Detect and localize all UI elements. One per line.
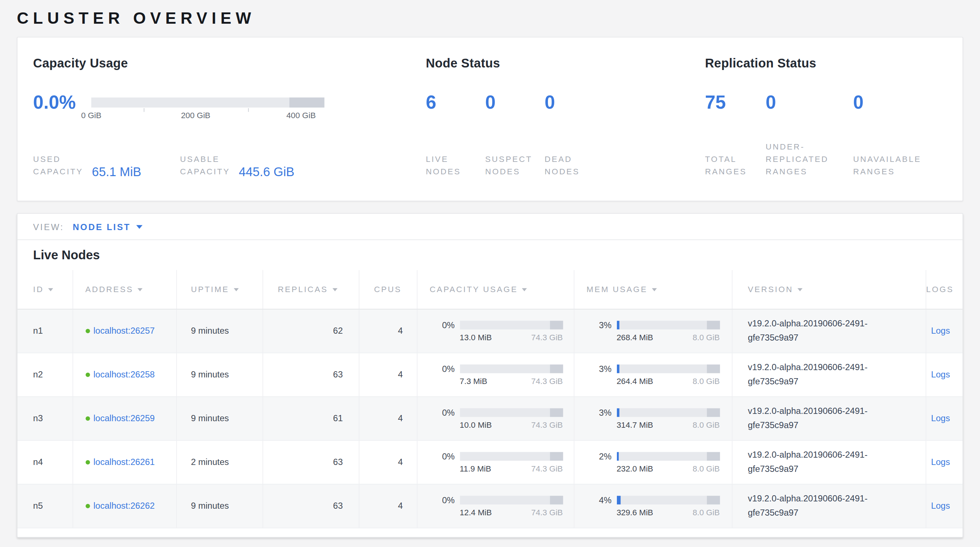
mem-used-value: 329.6 MiB [617,507,653,517]
mem-used-value: 232.0 MiB [617,463,653,473]
mem-usage-meter: 2% [587,451,732,461]
capacity-usage-meter: 0% [430,320,573,330]
capacity-bar [460,364,563,373]
usable-capacity-label: USABLE CAPACITY [180,153,230,178]
node-address: localhost:26259 [85,411,156,425]
node-live-status-icon [85,372,90,377]
cluster-summary-card: Capacity Usage 0.0% 0 GiB 200 GiB 400 Gi… [17,37,963,201]
column-header-replicas[interactable]: REPLICAS [262,270,359,309]
node-id: n4 [18,440,73,484]
view-selector-bar: VIEW: NODE LIST [18,214,963,240]
sort-arrow-icon [652,288,657,292]
capacity-usage-meter: 0% [430,451,573,461]
node-list-card: VIEW: NODE LIST Live Nodes ID ADDRESS [17,213,963,538]
node-replicas: 61 [262,396,359,440]
capacity-usage-meter: 0% [430,495,573,505]
column-header-mem-usage[interactable]: MEM USAGE [574,270,732,309]
sort-arrow-icon [234,288,239,292]
column-header-cpus: CPUS [359,270,417,309]
node-cpus: 4 [359,353,417,396]
capacity-used-value: 7.3 MiB [460,376,487,385]
total-ranges-count: 75 [705,89,765,116]
node-live-status-icon [85,416,90,420]
node-address-link[interactable]: localhost:26258 [93,369,154,379]
mem-bar-end-segment [706,452,720,461]
node-address-link[interactable]: localhost:26257 [93,325,154,335]
live-nodes-count: 6 [426,89,485,116]
mem-total-value: 8.0 GiB [693,463,720,473]
capacity-used-value: 12.4 MiB [460,507,492,517]
mem-usage-meter: 3% [587,364,732,374]
axis-minor-tick [248,108,249,112]
node-status-heading: Node Status [426,56,705,70]
sort-arrow-icon [522,288,527,292]
logs-link[interactable]: Logs [931,369,950,379]
suspect-nodes-label: SUSPECT NODES [485,141,545,178]
node-status-section: Node Status 6 0 0 LIVE NODES SUSPECT NOD… [426,56,705,200]
capacity-used-value: 10.0 MiB [460,420,492,429]
column-header-address[interactable]: ADDRESS [73,270,177,309]
node-id: n1 [18,309,73,353]
page-title: CLUSTER OVERVIEW [17,0,963,28]
mem-used-value: 314.7 MiB [617,420,653,429]
mem-total-value: 8.0 GiB [693,507,720,517]
sort-arrow-icon [138,288,143,292]
logs-link[interactable]: Logs [931,501,950,510]
capacity-used-value: 11.9 MiB [460,463,491,473]
mem-bar-end-segment [706,496,720,504]
node-address: localhost:26258 [85,367,156,382]
mem-bar-end-segment [706,321,720,329]
cluster-overview-page: CLUSTER OVERVIEW Capacity Usage 0.0% 0 G… [0,0,980,537]
mem-used-value: 264.4 MiB [617,376,653,385]
node-uptime: 2 minutes [176,440,262,484]
capacity-usage-chart-row: 0.0% 0 GiB 200 GiB 400 GiB [33,89,426,116]
mem-bar-end-segment [706,364,720,373]
node-address: localhost:26257 [85,323,156,338]
axis-minor-tick [144,108,145,112]
node-replicas: 62 [262,309,359,353]
mem-bar [617,408,720,417]
capacity-bar-end-segment [550,321,563,329]
column-header-id[interactable]: ID [18,270,73,309]
node-id: n5 [18,484,73,528]
live-nodes-table: ID ADDRESS UPTIME REPLICAS CPUS CAPACITY… [18,270,963,528]
column-header-version[interactable]: VERSION [732,270,925,309]
capacity-total-value: 74.3 GiB [531,463,563,473]
node-replicas: 63 [262,440,359,484]
capacity-bar [460,496,563,504]
mem-usage-meter: 4% [587,495,732,505]
axis-tick-label: 200 GiB [181,110,210,120]
mem-total-value: 8.0 GiB [693,376,720,385]
node-address-link[interactable]: localhost:26262 [93,500,154,510]
view-mode-dropdown[interactable]: NODE LIST [73,222,143,232]
node-live-status-icon [85,504,90,508]
mem-total-value: 8.0 GiB [693,420,720,429]
replication-status-section: Replication Status 75 0 0 TOTAL RANGES U… [705,56,947,200]
logs-link[interactable]: Logs [931,413,950,423]
capacity-usage-meter: 0% [430,364,573,374]
mem-bar [617,452,720,461]
chevron-down-icon [136,225,143,228]
logs-link[interactable]: Logs [931,457,950,467]
sort-arrow-icon [797,288,802,292]
live-nodes-label: LIVE NODES [426,141,485,178]
logs-link[interactable]: Logs [931,326,950,336]
table-row: n5 localhost:26262 9 minutes 63 4 0% 12.… [18,484,963,528]
column-header-uptime[interactable]: UPTIME [176,270,262,309]
node-address-link[interactable]: localhost:26261 [93,456,154,466]
capacity-bar-end-segment [550,452,563,461]
usable-capacity-stat: USABLE CAPACITY 445.6 GiB [180,153,294,178]
node-version: v19.2.0-alpha.20190606-2491-gfe735c9a97 [748,447,899,476]
dead-nodes-count: 0 [545,89,604,116]
column-header-capacity-usage[interactable]: CAPACITY USAGE [417,270,573,309]
mem-usage-meter: 3% [587,320,732,330]
table-row: n1 localhost:26257 9 minutes 62 4 0% 13.… [18,309,963,353]
capacity-usage-bar-chart: 0 GiB 200 GiB 400 GiB [91,97,324,107]
node-address-link[interactable]: localhost:26259 [93,413,154,423]
capacity-used-value: 13.0 MiB [460,332,492,342]
capacity-bar [460,452,563,461]
mem-usage-meter: 3% [587,407,732,417]
node-address: localhost:26262 [85,498,156,513]
node-id: n3 [18,396,73,440]
mem-used-value: 268.4 MiB [617,332,653,342]
